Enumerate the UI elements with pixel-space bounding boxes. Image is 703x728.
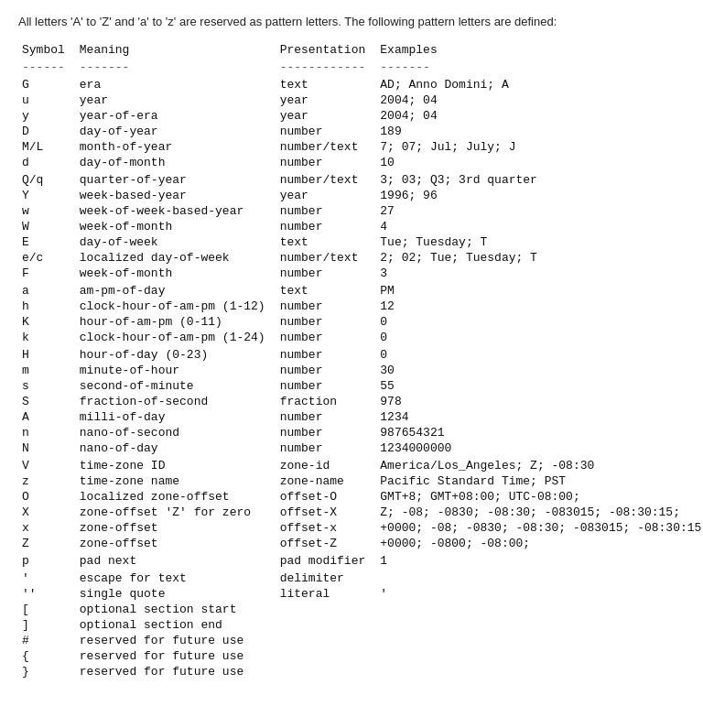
cell-presentation: literal <box>273 586 373 602</box>
cell-symbol: k <box>18 330 72 345</box>
cell-examples <box>373 633 703 648</box>
cell-presentation: year <box>273 92 373 108</box>
table-row: ]optional section end <box>18 617 703 633</box>
cell-examples: 4 <box>373 219 703 234</box>
table-row: ssecond-of-minutenumber55 <box>18 378 703 394</box>
cell-examples <box>373 570 703 586</box>
cell-meaning: year <box>72 92 273 108</box>
cell-meaning: single quote <box>72 586 273 602</box>
table-row: Dday-of-yearnumber189 <box>18 124 703 139</box>
cell-symbol: G <box>18 77 72 92</box>
cell-examples: 0 <box>373 347 703 363</box>
cell-presentation: offset-O <box>273 489 373 505</box>
cell-examples: 27 <box>373 203 703 219</box>
cell-meaning: clock-hour-of-am-pm (1-12) <box>72 299 273 314</box>
table-row: Xzone-offset 'Z' for zerooffset-XZ; -08;… <box>18 505 703 520</box>
cell-presentation: number <box>273 299 373 314</box>
cell-examples: Z; -08; -0830; -08:30; -083015; -08:30:1… <box>373 505 703 520</box>
cell-symbol: W <box>18 219 72 234</box>
cell-presentation: number <box>273 440 373 456</box>
cell-symbol: M/L <box>18 139 72 155</box>
cell-symbol: { <box>18 648 72 664</box>
table-row: 'escape for textdelimiter <box>18 570 703 586</box>
cell-symbol: e/c <box>18 250 72 266</box>
cell-examples: 0 <box>373 314 703 330</box>
table-row: Olocalized zone-offsetoffset-OGMT+8; GMT… <box>18 489 703 505</box>
cell-examples: Tue; Tuesday; T <box>373 234 703 250</box>
cell-examples: 1 <box>373 553 703 569</box>
cell-meaning: am-pm-of-day <box>72 283 273 299</box>
cell-examples: PM <box>373 283 703 299</box>
cell-presentation: offset-X <box>273 505 373 520</box>
cell-meaning: reserved for future use <box>72 648 273 664</box>
cell-meaning: day-of-year <box>72 124 273 139</box>
cell-presentation: text <box>273 283 373 299</box>
cell-meaning: zone-offset 'Z' for zero <box>72 505 273 520</box>
cell-examples: 2004; 04 <box>373 92 703 108</box>
cell-symbol: d <box>18 155 72 170</box>
table-header-row: Symbol Meaning Presentation Examples <box>18 41 703 60</box>
cell-presentation: offset-Z <box>273 536 373 551</box>
cell-examples: 1234 <box>373 409 703 425</box>
cell-meaning: era <box>72 77 273 92</box>
table-row: hclock-hour-of-am-pm (1-12)number12 <box>18 299 703 314</box>
table-row: wweek-of-week-based-yearnumber27 <box>18 203 703 219</box>
cell-meaning: milli-of-day <box>72 409 273 425</box>
cell-presentation <box>273 648 373 664</box>
cell-symbol: h <box>18 299 72 314</box>
cell-meaning: week-based-year <box>72 188 273 203</box>
divider-symbol: ------ <box>18 60 72 77</box>
table-row: mminute-of-hournumber30 <box>18 363 703 378</box>
table-row: ztime-zone namezone-namePacific Standard… <box>18 473 703 489</box>
cell-presentation: number <box>273 363 373 378</box>
cell-symbol: '' <box>18 586 72 602</box>
table-row: Amilli-of-daynumber1234 <box>18 409 703 425</box>
table-row: ppad nextpad modifier1 <box>18 553 703 569</box>
cell-meaning: localized day-of-week <box>72 250 273 266</box>
cell-presentation <box>273 633 373 648</box>
table-row: GeratextAD; Anno Domini; A <box>18 77 703 92</box>
cell-symbol: A <box>18 409 72 425</box>
cell-examples: Pacific Standard Time; PST <box>373 473 703 489</box>
cell-presentation: year <box>273 108 373 124</box>
cell-examples: +0000; -0800; -08:00; <box>373 536 703 551</box>
cell-meaning: optional section end <box>72 617 273 633</box>
cell-meaning: week-of-month <box>72 266 273 281</box>
cell-symbol: u <box>18 92 72 108</box>
cell-examples: 987654321 <box>373 425 703 440</box>
cell-meaning: quarter-of-year <box>72 172 273 188</box>
cell-meaning: zone-offset <box>72 520 273 536</box>
divider-meaning: ------- <box>72 60 273 77</box>
cell-presentation: number/text <box>273 250 373 266</box>
table-row: kclock-hour-of-am-pm (1-24)number0 <box>18 330 703 345</box>
cell-symbol: ' <box>18 570 72 586</box>
cell-examples <box>373 617 703 633</box>
cell-symbol: V <box>18 458 72 473</box>
cell-examples: 30 <box>373 363 703 378</box>
table-row: {reserved for future use <box>18 648 703 664</box>
cell-presentation: number <box>273 347 373 363</box>
cell-presentation: number <box>273 266 373 281</box>
cell-symbol: D <box>18 124 72 139</box>
cell-meaning: reserved for future use <box>72 633 273 648</box>
cell-symbol: s <box>18 378 72 394</box>
table-row: e/clocalized day-of-weeknumber/text2; 02… <box>18 250 703 266</box>
cell-examples: 2004; 04 <box>373 108 703 124</box>
cell-presentation: number <box>273 425 373 440</box>
table-row: Yweek-based-yearyear1996; 96 <box>18 188 703 203</box>
cell-examples: ' <box>373 586 703 602</box>
table-divider-row: ------ ------- ------------ ------- <box>18 60 703 77</box>
cell-meaning: nano-of-second <box>72 425 273 440</box>
cell-presentation: text <box>273 77 373 92</box>
cell-symbol: H <box>18 347 72 363</box>
cell-symbol: w <box>18 203 72 219</box>
cell-symbol: m <box>18 363 72 378</box>
cell-presentation: number <box>273 155 373 170</box>
cell-examples: 2; 02; Tue; Tuesday; T <box>373 250 703 266</box>
cell-examples <box>373 648 703 664</box>
cell-meaning: fraction-of-second <box>72 394 273 409</box>
table-row: uyearyear2004; 04 <box>18 92 703 108</box>
cell-meaning: optional section start <box>72 602 273 617</box>
table-row: M/Lmonth-of-yearnumber/text7; 07; Jul; J… <box>18 139 703 155</box>
cell-examples: 1996; 96 <box>373 188 703 203</box>
